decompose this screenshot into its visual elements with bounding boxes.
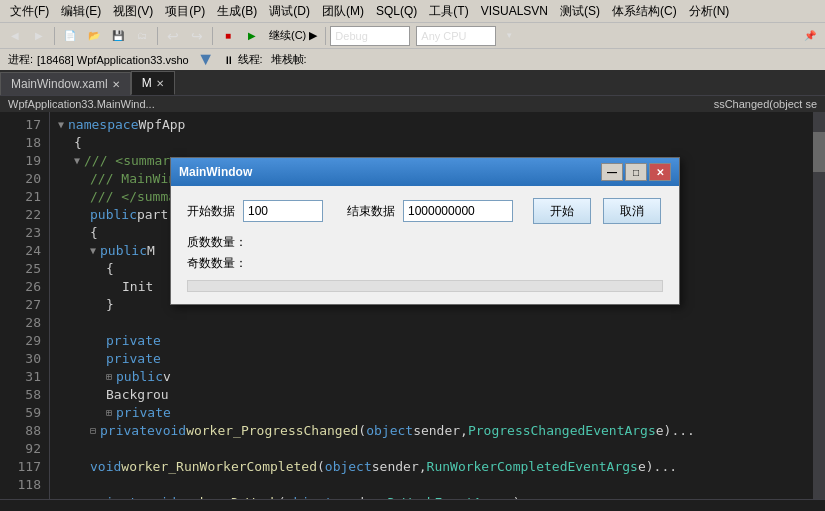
menu-analyze[interactable]: 分析(N) (683, 0, 736, 22)
sep4 (325, 27, 326, 45)
start-label: 开始数据 (187, 203, 235, 220)
sep2 (157, 27, 158, 45)
modal-close-btn[interactable]: ✕ (649, 163, 671, 181)
end-label: 结束数据 (347, 203, 395, 220)
tab-mainwindow-cs[interactable]: M ✕ (131, 71, 175, 95)
sep1 (54, 27, 55, 45)
new-file-btn[interactable]: 📄 (59, 25, 81, 47)
menu-view[interactable]: 视图(V) (107, 0, 159, 22)
start-button[interactable]: 开始 (533, 198, 591, 224)
back-btn[interactable]: ◀ (4, 25, 26, 47)
cancel-button[interactable]: 取消 (603, 198, 661, 224)
menu-tools[interactable]: 工具(T) (423, 0, 474, 22)
tab-close-cs[interactable]: ✕ (156, 78, 164, 89)
menu-debug[interactable]: 调试(D) (263, 0, 316, 22)
menu-test[interactable]: 测试(S) (554, 0, 606, 22)
breadcrumb-bar: WpfApplication33.MainWind... ssChanged(o… (0, 96, 825, 112)
odd-label: 奇数数量： (187, 255, 267, 272)
modal-body: 开始数据 结束数据 开始 取消 质数数量： 奇数数量： (171, 186, 679, 304)
thread-label: 线程: (238, 52, 263, 67)
odd-stat-row: 奇数数量： (187, 255, 663, 272)
process-value: [18468] WpfApplication33.vsho (37, 54, 189, 66)
continue-btn[interactable]: ▶ (241, 25, 263, 47)
config-arrow[interactable]: ▼ (498, 25, 520, 47)
debug-status-bar: 进程: [18468] WpfApplication33.vsho ▼ ⏸ 线程… (0, 48, 825, 70)
start-input[interactable] (243, 200, 323, 222)
code-editor: 17 18 19 20 21 22 23 24 25 26 27 28 29 3… (0, 112, 825, 499)
pin-btn[interactable]: 📌 (799, 25, 821, 47)
prime-stat-row: 质数数量： (187, 234, 663, 251)
menu-bar: 文件(F) 编辑(E) 视图(V) 项目(P) 生成(B) 调试(D) 团队(M… (0, 0, 825, 22)
prime-label: 质数数量： (187, 234, 267, 251)
progress-bar-container (187, 280, 663, 292)
open-btn[interactable]: 📂 (83, 25, 105, 47)
breadcrumb-left: WpfApplication33.MainWind... (8, 98, 155, 110)
menu-build[interactable]: 生成(B) (211, 0, 263, 22)
menu-arch[interactable]: 体系结构(C) (606, 0, 683, 22)
redo-btn[interactable]: ↪ (186, 25, 208, 47)
cpu-config-dropdown[interactable]: Any CPU (416, 26, 496, 46)
tab-mainwindow-xaml[interactable]: MainWindow.xaml ✕ (0, 72, 131, 95)
horizontal-scroll-area (0, 499, 825, 511)
tab-label-xaml: MainWindow.xaml (11, 77, 108, 91)
stop-btn[interactable]: ■ (217, 25, 239, 47)
modal-input-row: 开始数据 结束数据 开始 取消 (187, 198, 663, 224)
end-input[interactable] (403, 200, 513, 222)
stack-label: 堆栈帧: (271, 52, 307, 67)
modal-maximize-btn[interactable]: □ (625, 163, 647, 181)
toolbar-row1: ◀ ▶ 📄 📂 💾 🗂 ↩ ↪ ■ ▶ 继续(C) ▶ Debug Any CP… (0, 22, 825, 48)
forward-btn[interactable]: ▶ (28, 25, 50, 47)
continue-label: 继续(C) ▶ (265, 28, 321, 43)
menu-sql[interactable]: SQL(Q) (370, 0, 423, 22)
modal-title: MainWindow (179, 165, 599, 179)
menu-file[interactable]: 文件(F) (4, 0, 55, 22)
filter-icon[interactable]: ▼ (197, 49, 215, 70)
save-all-btn[interactable]: 🗂 (131, 25, 153, 47)
undo-btn[interactable]: ↩ (162, 25, 184, 47)
menu-edit[interactable]: 编辑(E) (55, 0, 107, 22)
tab-close-xaml[interactable]: ✕ (112, 79, 120, 90)
save-btn[interactable]: 💾 (107, 25, 129, 47)
modal-window: MainWindow — □ ✕ 开始数据 结束数据 开始 取消 (170, 157, 680, 305)
app-window: 文件(F) 编辑(E) 视图(V) 项目(P) 生成(B) 调试(D) 团队(M… (0, 0, 825, 511)
menu-project[interactable]: 项目(P) (159, 0, 211, 22)
modal-minimize-btn[interactable]: — (601, 163, 623, 181)
tab-label-cs: M (142, 76, 152, 90)
suspend-btn[interactable]: ⏸ (223, 54, 234, 66)
editor-area: MainWindow.xaml ✕ M ✕ WpfApplication33.M… (0, 70, 825, 511)
debug-config-dropdown[interactable]: Debug (330, 26, 410, 46)
menu-visualsvn[interactable]: VISUALSVN (475, 0, 554, 22)
tab-bar: MainWindow.xaml ✕ M ✕ (0, 70, 825, 96)
menu-team[interactable]: 团队(M) (316, 0, 370, 22)
modal-titlebar: MainWindow — □ ✕ (171, 158, 679, 186)
process-label: 进程: (8, 52, 33, 67)
breadcrumb-right: ssChanged(object se (714, 98, 817, 110)
modal-overlay: MainWindow — □ ✕ 开始数据 结束数据 开始 取消 (0, 112, 825, 499)
sep3 (212, 27, 213, 45)
